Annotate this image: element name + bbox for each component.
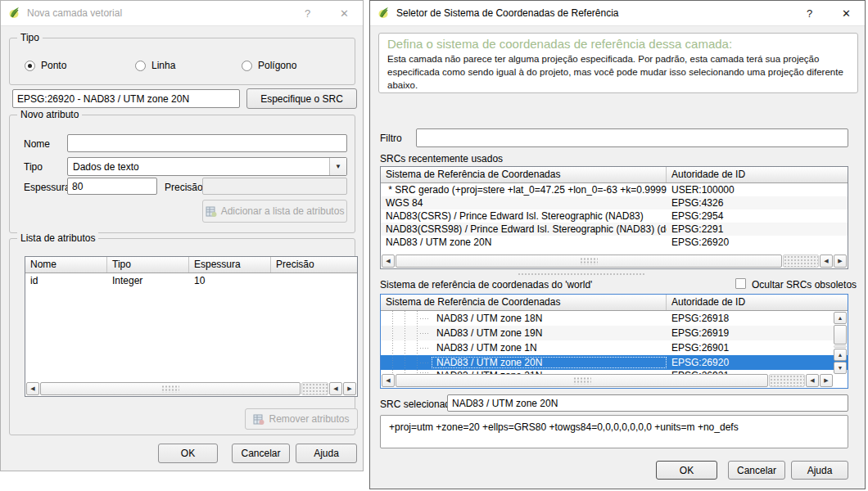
help-icon[interactable]: ?: [791, 1, 828, 25]
tree-lines: [381, 355, 432, 370]
world-row[interactable]: NAD83 / UTM zone 18N EPSG:26918: [381, 311, 848, 326]
width-field[interactable]: [67, 178, 157, 195]
scrollbar-track[interactable]: [834, 345, 847, 348]
attribute-table-hscrollbar[interactable]: ◀ ◀ ▶: [26, 382, 356, 395]
recent-crs-label: SRCs recentemente usados: [380, 153, 503, 164]
specify-crs-button[interactable]: Especifique o SRC: [246, 88, 357, 109]
chevron-down-icon[interactable]: ▼: [329, 158, 346, 175]
recent-row[interactable]: NAD83(CSRS98) / Prince Edward Isl. Stere…: [381, 223, 848, 236]
ok-button[interactable]: OK: [656, 461, 717, 480]
name-field[interactable]: [67, 134, 347, 152]
help-button[interactable]: Ajuda: [296, 444, 357, 463]
scrollbar-thumb[interactable]: [834, 325, 847, 345]
col-authority[interactable]: Autoridade de ID: [667, 167, 848, 182]
scroll-right-icon[interactable]: ▶: [820, 374, 833, 387]
scroll-right-icon[interactable]: ▶: [834, 255, 847, 268]
precision-label: Precisão: [165, 182, 203, 193]
world-crs-table: Sistema de Referência de Coordenadas Aut…: [380, 294, 848, 389]
scroll-left-icon[interactable]: ◀: [382, 374, 395, 387]
crs-selector-dialog: Seletor de Sistema de Coordenadas de Ref…: [369, 0, 866, 489]
type-group: Tipo Ponto Linha Polígono: [9, 38, 355, 85]
tree-lines: [381, 311, 432, 326]
scroll-down-icon[interactable]: ▼: [834, 362, 847, 374]
new-attribute-legend: Novo atributo: [17, 109, 82, 120]
new-vector-layer-dialog: Nova camada vetorial ? ✕ Tipo Ponto Linh…: [0, 0, 364, 471]
radio-linha-label: Linha: [151, 60, 175, 71]
scroll-left-icon[interactable]: ◀: [820, 255, 833, 268]
scroll-left-icon[interactable]: ◀: [26, 382, 39, 395]
col-nome[interactable]: Nome: [25, 257, 107, 273]
table-row[interactable]: id Integer 10: [25, 273, 357, 288]
define-crs-banner: Defina o sistema de coordenadas de refer…: [378, 33, 858, 93]
help-icon[interactable]: ?: [289, 1, 326, 25]
precision-field: [202, 178, 347, 195]
radio-ponto[interactable]: Ponto: [25, 60, 66, 71]
radio-poligono[interactable]: Polígono: [242, 60, 296, 71]
cancel-button[interactable]: Cancelar: [232, 444, 290, 463]
scrollbar-track[interactable]: [783, 255, 819, 268]
world-row[interactable]: NAD83 / UTM zone 19N EPSG:26919: [381, 326, 848, 340]
hide-deprecated-label[interactable]: Ocultar SRCs obsoletos: [752, 279, 857, 291]
qgis-logo-icon: [8, 7, 21, 20]
filter-input[interactable]: [416, 128, 848, 147]
col-espessura[interactable]: Espessura: [189, 257, 271, 273]
titlebar-left[interactable]: Nova camada vetorial ? ✕: [1, 1, 363, 26]
attribute-list-legend: Lista de atributos: [17, 232, 98, 244]
recent-crs-table: Sistema de Referência de Coordenadas Aut…: [380, 166, 848, 269]
add-attribute-label: Adicionar a lista de atributos: [221, 205, 345, 217]
attribute-table-header[interactable]: Nome Tipo Espessura Precisão: [25, 257, 357, 273]
scrollbar-track[interactable]: [769, 374, 805, 387]
scroll-up-icon[interactable]: ▲: [834, 312, 847, 324]
type-label: Tipo: [24, 161, 43, 173]
scroll-left-icon[interactable]: ◀: [382, 255, 395, 268]
table-add-icon: [206, 206, 217, 217]
recent-row[interactable]: WGS 84 EPSG:4326: [381, 196, 848, 209]
crs-field[interactable]: [12, 89, 240, 108]
recent-row[interactable]: NAD83 / UTM zone 20N EPSG:26920: [381, 236, 848, 249]
world-row[interactable]: NAD83 / UTM zone 1N EPSG:26901: [381, 340, 848, 355]
help-button[interactable]: Ajuda: [791, 461, 848, 480]
ok-button[interactable]: OK: [158, 444, 218, 463]
scroll-right-icon[interactable]: ▶: [343, 382, 356, 395]
scrollbar-thumb[interactable]: [396, 255, 782, 268]
recent-row[interactable]: NAD83(CSRS) / Prince Edward Isl. Stereog…: [381, 209, 848, 223]
table-remove-icon: [253, 414, 264, 425]
scrollbar-track[interactable]: [301, 382, 328, 395]
proj4-string-box[interactable]: +proj=utm +zone=20 +ellps=GRS80 +towgs84…: [380, 415, 848, 448]
col-crs[interactable]: Sistema de Referência de Coordenadas: [381, 295, 667, 310]
col-precisao[interactable]: Precisão: [271, 257, 357, 273]
hide-deprecated-checkbox[interactable]: [735, 278, 746, 289]
splitter-handle[interactable]: [518, 273, 645, 276]
recent-table-hscrollbar[interactable]: ◀ ◀ ▶: [382, 255, 847, 268]
scroll-up-icon[interactable]: ▲: [834, 349, 847, 361]
recent-row[interactable]: * SRC gerado (+proj=stere +lat_0=47.25 +…: [381, 183, 848, 196]
remove-attributes-button: Remover atributos: [245, 408, 358, 430]
scrollbar-thumb[interactable]: [40, 382, 301, 395]
selected-crs-field[interactable]: [447, 394, 848, 412]
scroll-left-icon[interactable]: ◀: [329, 382, 342, 395]
scroll-left-icon[interactable]: ◀: [806, 374, 819, 387]
scrollbar-thumb[interactable]: [396, 374, 768, 387]
type-group-legend: Tipo: [17, 32, 43, 43]
qgis-logo-icon: [377, 7, 391, 20]
titlebar-right[interactable]: Seletor de Sistema de Coordenadas de Ref…: [370, 1, 865, 26]
col-authority[interactable]: Autoridade de ID: [667, 295, 848, 310]
width-label: Espessura: [24, 182, 70, 193]
world-table-header[interactable]: Sistema de Referência de Coordenadas Aut…: [381, 295, 848, 311]
world-row-selected[interactable]: NAD83 / UTM zone 20N EPSG:26920: [381, 355, 848, 370]
radio-unchecked-icon: [242, 61, 252, 71]
type-combobox[interactable]: Dados de texto ▼: [67, 157, 347, 176]
dialog-title: Seletor de Sistema de Coordenadas de Ref…: [396, 7, 619, 19]
col-tipo[interactable]: Tipo: [107, 257, 189, 273]
col-crs[interactable]: Sistema de Referência de Coordenadas: [381, 167, 667, 182]
world-table-hscrollbar[interactable]: ◀ ◀ ▶: [382, 374, 833, 387]
type-combobox-value: Dados de texto: [68, 158, 329, 175]
thumb-grip: [580, 258, 598, 265]
recent-table-header[interactable]: Sistema de Referência de Coordenadas Aut…: [381, 167, 848, 183]
cancel-button[interactable]: Cancelar: [728, 461, 785, 480]
close-icon[interactable]: ✕: [828, 1, 865, 25]
attribute-table: Nome Tipo Espessura Precisão id Integer …: [25, 256, 358, 397]
world-table-vscrollbar[interactable]: ▲ ▲ ▼: [834, 312, 847, 374]
close-icon[interactable]: ✕: [326, 1, 363, 25]
radio-linha[interactable]: Linha: [135, 60, 175, 71]
